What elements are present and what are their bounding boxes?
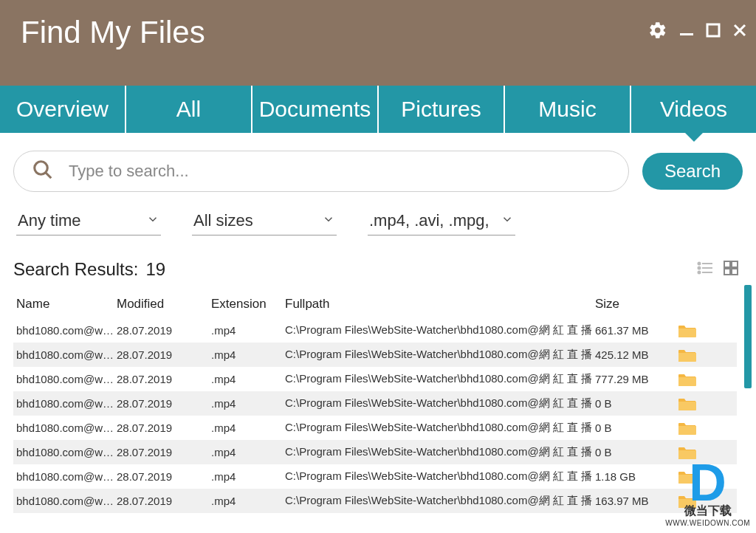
folder-icon [678, 494, 697, 509]
cell-modified: 28.07.2019 [117, 422, 211, 434]
cell-size: 661.37 MB [595, 324, 669, 337]
cell-name: bhd1080.com@wh2... [13, 422, 117, 434]
table-row[interactable]: bhd1080.com@wh2...28.07.2019.mp4C:\Progr… [13, 416, 737, 440]
table-row[interactable]: bhd1080.com@wh2...28.07.2019.mp4C:\Progr… [13, 464, 737, 489]
scrollbar[interactable] [744, 285, 752, 514]
cell-name: bhd1080.com@wh2... [13, 397, 117, 410]
open-folder-button[interactable] [669, 372, 706, 387]
cell-name: bhd1080.com@wh2... [13, 446, 117, 458]
search-icon [32, 159, 54, 184]
col-header-modified[interactable]: Modified [117, 297, 211, 312]
close-icon[interactable] [732, 23, 747, 38]
cell-extension: .mp4 [211, 348, 285, 361]
svg-point-4 [35, 162, 48, 175]
tab-overview[interactable]: Overview [0, 86, 126, 133]
folder-icon [678, 421, 697, 436]
search-box[interactable] [13, 151, 629, 192]
search-button[interactable]: Search [642, 153, 743, 190]
cell-extension: .mp4 [211, 495, 285, 507]
cell-modified: 28.07.2019 [117, 470, 211, 483]
view-toggle [697, 259, 740, 280]
svg-point-9 [698, 263, 701, 265]
cell-name: bhd1080.com@wh2... [13, 373, 117, 385]
col-header-size[interactable]: Size [595, 297, 669, 312]
list-view-icon[interactable] [697, 259, 715, 280]
cell-modified: 28.07.2019 [117, 397, 211, 410]
cell-fullpath: C:\Program Files\WebSite-Watcher\bhd1080… [285, 494, 595, 508]
table-row[interactable]: bhd1080.com@wh2...28.07.2019.mp4C:\Progr… [13, 343, 737, 367]
svg-rect-14 [724, 269, 730, 275]
cell-size: 1.18 GB [595, 470, 669, 483]
table-row[interactable]: bhd1080.com@whz...28.07.2019.mp4C:\Progr… [13, 489, 737, 513]
app-title: Find My Files [21, 15, 648, 50]
cell-fullpath: C:\Program Files\WebSite-Watcher\bhd1080… [285, 323, 595, 337]
results-table: Name Modified Extension Fullpath Size bh… [13, 290, 756, 513]
results-label: Search Results: [13, 259, 138, 280]
grid-view-icon[interactable] [722, 259, 740, 280]
cell-size: 163.97 MB [595, 495, 669, 507]
settings-icon[interactable] [648, 21, 667, 40]
table-row[interactable]: bhd1080.com@wh2...28.07.2019.mp4C:\Progr… [13, 391, 737, 416]
table-row[interactable]: bhd1080.com@wh2...28.07.2019.mp4C:\Progr… [13, 440, 737, 464]
results-header: Search Results: 19 [0, 246, 756, 290]
chevron-down-icon [501, 213, 514, 229]
folder-icon [678, 445, 697, 460]
cell-fullpath: C:\Program Files\WebSite-Watcher\bhd1080… [285, 372, 595, 386]
minimize-icon[interactable] [679, 23, 694, 38]
col-header-fullpath[interactable]: Fullpath [285, 297, 595, 312]
open-folder-button[interactable] [669, 470, 706, 484]
cell-extension: .mp4 [211, 397, 285, 410]
tab-documents[interactable]: Documents [252, 86, 379, 133]
tab-pictures[interactable]: Pictures [379, 86, 505, 133]
search-row: Search [0, 133, 756, 207]
scrollbar-thumb[interactable] [744, 285, 752, 388]
window-controls [648, 21, 747, 40]
filter-size[interactable]: All sizes [192, 207, 337, 235]
results-count: 19 [145, 259, 165, 280]
open-folder-button[interactable] [669, 445, 706, 460]
cell-name: bhd1080.com@whz... [13, 495, 117, 507]
cell-extension: .mp4 [211, 470, 285, 483]
chevron-down-icon [146, 213, 159, 229]
tab-videos[interactable]: Videos [631, 86, 756, 133]
svg-rect-1 [707, 24, 719, 36]
filters-row: Any time All sizes .mp4, .avi, .mpg, .… [0, 207, 756, 246]
col-header-extension[interactable]: Extension [211, 297, 285, 312]
cell-extension: .mp4 [211, 446, 285, 458]
cell-size: 777.29 MB [595, 373, 669, 385]
search-input[interactable] [69, 162, 611, 181]
open-folder-button[interactable] [669, 323, 706, 338]
open-folder-button[interactable] [669, 348, 706, 362]
svg-line-5 [46, 173, 52, 179]
cell-size: 0 B [595, 397, 669, 410]
folder-icon [678, 323, 697, 338]
svg-point-11 [698, 272, 701, 274]
cell-size: 0 B [595, 446, 669, 458]
cell-size: 0 B [595, 422, 669, 434]
svg-rect-15 [732, 269, 738, 275]
open-folder-button[interactable] [669, 494, 706, 509]
table-row[interactable]: bhd1080.com@wh2...28.07.2019.mp4C:\Progr… [13, 367, 737, 391]
filter-extension[interactable]: .mp4, .avi, .mpg, .… [368, 207, 515, 235]
folder-icon [678, 396, 697, 411]
open-folder-button[interactable] [669, 396, 706, 411]
col-header-name[interactable]: Name [13, 297, 117, 312]
tab-music[interactable]: Music [505, 86, 631, 133]
open-folder-button[interactable] [669, 421, 706, 436]
tab-all[interactable]: All [126, 86, 252, 133]
cell-fullpath: C:\Program Files\WebSite-Watcher\bhd1080… [285, 421, 595, 435]
cell-modified: 28.07.2019 [117, 348, 211, 361]
folder-icon [678, 470, 697, 484]
chevron-down-icon [322, 213, 335, 229]
filter-time[interactable]: Any time [16, 207, 161, 235]
cell-extension: .mp4 [211, 422, 285, 434]
table-row[interactable]: bhd1080.com@wh2...28.07.2019.mp4C:\Progr… [13, 318, 737, 343]
titlebar: Find My Files [0, 0, 756, 86]
tabbar: Overview All Documents Pictures Music Vi… [0, 86, 756, 133]
maximize-icon[interactable] [706, 23, 721, 38]
cell-name: bhd1080.com@wh2... [13, 470, 117, 483]
cell-size: 425.12 MB [595, 348, 669, 361]
cell-name: bhd1080.com@wh2... [13, 324, 117, 337]
table-header: Name Modified Extension Fullpath Size [13, 290, 737, 318]
cell-extension: .mp4 [211, 324, 285, 337]
